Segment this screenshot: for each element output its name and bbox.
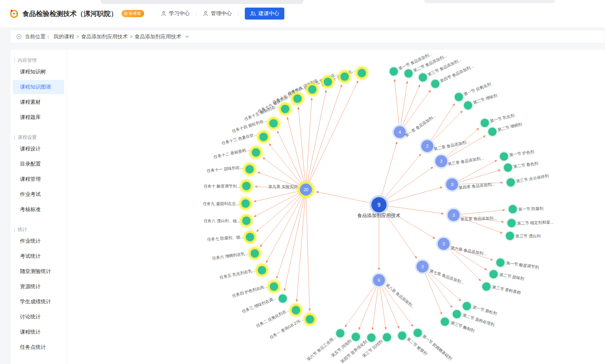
node-label: 第二节 增味剂: [472, 93, 498, 105]
node-label: 第二节 增稠剂: [497, 122, 523, 132]
breadcrumb-item[interactable]: 我的课程: [54, 34, 74, 40]
sidebar-item-考核标准[interactable]: 考核标准: [13, 202, 64, 217]
graph-node-t05[interactable]: 任务五 乳化剂在乳...: [219, 263, 270, 280]
sidebar-item-课程统计[interactable]: 课程统计: [13, 325, 64, 339]
graph-node-s41[interactable]: 第一节 护色剂: [499, 149, 535, 162]
node-label: 第六章 食品添加剂...: [450, 245, 487, 256]
sidebar-item-资源统计[interactable]: 资源统计: [13, 279, 64, 294]
person-icon: [203, 11, 208, 16]
nav-course-builder-button[interactable]: 建课中心: [245, 8, 284, 20]
sidebar-item-课程题库[interactable]: 课程题库: [13, 110, 64, 125]
graph-edge: [459, 170, 500, 182]
graph-node-t07[interactable]: 任务七 防腐剂、稳...: [207, 229, 258, 245]
graph-node-s62[interactable]: 第二节 甜味剂: [488, 269, 525, 281]
graph-node-s43[interactable]: 第三节 水分保持剂: [506, 174, 549, 188]
chevron-down-icon[interactable]: [185, 35, 189, 38]
sidebar-item-作业考试[interactable]: 作业考试: [13, 187, 64, 202]
graph-edge: [277, 131, 302, 183]
node-label: 第二节 甜味剂: [499, 272, 525, 281]
graph-node-s53[interactable]: 第三节 漂白剂: [505, 231, 541, 241]
graph-node-s52[interactable]: 第二节 稳定剂和凝...: [506, 218, 554, 229]
graph-node-t12[interactable]: 任务十二 香精香料...: [213, 145, 264, 160]
edition-badge-label: 标准版: [129, 11, 141, 16]
page-title: 食品检验检测技术（漯河职院）: [22, 9, 117, 18]
node-label: 第一节 酸度调节剂: [506, 261, 540, 269]
sidebar-item-课程设计[interactable]: 课程设计: [13, 142, 64, 156]
sidebar-item-课程知识图谱[interactable]: 课程知识图谱: [13, 80, 64, 94]
badge-ring-icon: [124, 12, 128, 16]
graph-edge: [260, 196, 301, 247]
graph-edge: [431, 103, 454, 140]
graph-node-ch2[interactable]: 2第二章 食品添加剂...: [420, 138, 470, 154]
graph-node-s51[interactable]: 第一节 防腐剂: [508, 204, 544, 215]
node-label: 第三节 水分保持剂: [516, 174, 549, 184]
graph-node-ch8[interactable]: 6第八章 食品添加剂...: [371, 273, 416, 309]
sidebar-item-作业统计[interactable]: 作业统计: [13, 234, 64, 248]
node-label: 第七章 食品添加剂...: [429, 269, 464, 285]
graph-node-s85[interactable]: 第五节 消泡剂: [330, 332, 361, 358]
node-label: 第一节 膨松剂: [472, 305, 497, 316]
section-bar: [14, 58, 15, 63]
nav-admin-center[interactable]: 管理中心: [203, 10, 232, 17]
graph-node-s42[interactable]: 第二节 着色剂: [503, 161, 539, 173]
graph-node-t14[interactable]: 任务十四 膨松剂在...: [232, 116, 281, 133]
knowledge-graph[interactable]: 9食品添加剂应用技术4第一章 食品添加剂...2第二章 食品添加剂...2第三章…: [67, 50, 605, 364]
node-label: 任务五 乳化剂在乳...: [219, 268, 256, 280]
graph-node-s14[interactable]: 第四节 食品添加剂...: [430, 64, 474, 89]
graph-node-s32[interactable]: 第二节 增稠剂: [487, 122, 523, 137]
person-icon: [161, 11, 167, 16]
graph-edge: [254, 193, 300, 217]
graph-node-t13[interactable]: 任务十三 色素在饮...: [221, 129, 271, 146]
sidebar-item-讨论统计[interactable]: 讨论统计: [13, 310, 64, 324]
sidebar-item-随堂测验统计[interactable]: 随堂测验统计: [13, 264, 64, 279]
graph-node-s82[interactable]: 第二节 被膜剂: [397, 330, 428, 356]
graph-edge: [385, 154, 421, 198]
node-count: 6: [378, 278, 380, 283]
sidebar-item-课程知识树[interactable]: 课程知识树: [13, 65, 64, 79]
sidebar-item-课程管理[interactable]: 课程管理: [13, 172, 64, 186]
graph-node-t10[interactable]: 任务十 酸度调节剂...: [204, 178, 254, 194]
graph-edge: [316, 192, 370, 203]
graph-node-t03[interactable]: 任务三 增味剂在调...: [241, 293, 288, 314]
breadcrumb-item[interactable]: 食品添加剂应用技术: [81, 34, 128, 40]
graph-node-s61[interactable]: 第一节 酸度调节剂: [495, 257, 540, 270]
graph-node-t11[interactable]: 任务十一 甜味剂在...: [206, 162, 257, 177]
graph-node-t09[interactable]: 任务九 凝固剂在豆...: [203, 196, 253, 211]
graph-node-ch9[interactable]: 20第九章 实验实训: [268, 180, 315, 199]
sidebar-item-考试统计[interactable]: 考试统计: [13, 249, 64, 263]
breadcrumb: 当前位置：我的课程>食品添加剂应用技术>食品添加剂应用技术: [10, 30, 605, 43]
graph-node-ch7[interactable]: 3第七章 食品添加剂...: [415, 259, 465, 285]
graph-edge: [256, 194, 300, 231]
graph-node-s22[interactable]: 第二节 增味剂: [463, 93, 498, 111]
graph-node-t04[interactable]: 任务四 护色剂在肉...: [232, 279, 282, 298]
graph-edge: [309, 81, 358, 183]
graph-node-t06[interactable]: 任务六 增稠剂在乳...: [212, 246, 262, 261]
graph-node-ch5[interactable]: 3第五章 食品添加剂...: [446, 208, 497, 223]
node-count: 3: [421, 264, 424, 269]
node-count: 9: [377, 202, 381, 208]
graph-edge: [263, 158, 300, 185]
node-count: 20: [303, 187, 308, 192]
graph-node-s63[interactable]: 第三节 香料香精: [481, 281, 522, 295]
graph-node-s86[interactable]: 第六节 食品工业用...: [306, 328, 345, 362]
node-label: 食品添加剂应用技术: [357, 213, 401, 218]
node-label: 任务三 增味剂在调...: [241, 296, 277, 314]
graph-node-s83[interactable]: 第三节 抗结剂: [361, 332, 392, 358]
edition-badge: 标准版: [121, 10, 144, 17]
breadcrumb-item[interactable]: 食品添加剂应用技术: [135, 34, 181, 40]
graph-edge: [308, 85, 342, 182]
node-label: 任务十二 香精香料...: [213, 147, 250, 159]
sidebar-item-目录配置[interactable]: 目录配置: [13, 157, 64, 171]
sidebar-item-任务点统计[interactable]: 任务点统计: [13, 340, 64, 354]
graph-node-ch6[interactable]: 3第六章 食品添加剂...: [436, 236, 487, 256]
sidebar-item-学生成绩统计[interactable]: 学生成绩统计: [13, 295, 64, 309]
node-label: 第四章 食品添加剂...: [458, 182, 495, 190]
sidebar-item-课程素材[interactable]: 课程素材: [13, 95, 64, 109]
node-count: 3: [442, 241, 445, 246]
graph-node-ch3[interactable]: 2第三章 食品添加剂...: [434, 154, 484, 169]
nav-learning-center[interactable]: 学习中心: [161, 10, 190, 17]
graph-node-t08[interactable]: 任务八 漂白剂、稳...: [204, 213, 254, 228]
node-label: 任务一 查询GB 276...: [269, 317, 304, 340]
graph-edge: [381, 142, 397, 196]
graph-node-ch1[interactable]: 4第一章 食品添加剂...: [392, 113, 436, 140]
